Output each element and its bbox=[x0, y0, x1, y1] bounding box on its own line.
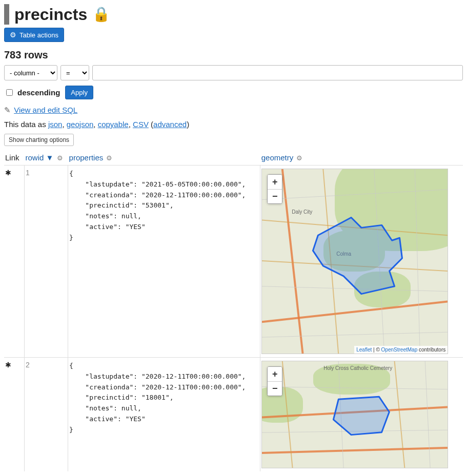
title-accent-bar bbox=[4, 4, 9, 25]
map-place-label: Daly City bbox=[292, 209, 312, 215]
svg-line-6 bbox=[262, 286, 448, 292]
svg-line-4 bbox=[323, 169, 339, 354]
descending-checkbox[interactable] bbox=[6, 89, 13, 96]
rowid-cell: 1 bbox=[25, 165, 68, 358]
export-json-link[interactable]: json bbox=[48, 120, 63, 129]
filter-operator-select[interactable]: = bbox=[60, 65, 89, 80]
svg-line-18 bbox=[425, 361, 430, 468]
svg-line-3 bbox=[262, 261, 448, 271]
zoom-control: + − bbox=[267, 366, 282, 396]
column-header-geometry[interactable]: geometry ⚙ bbox=[260, 151, 463, 165]
svg-line-14 bbox=[395, 361, 405, 468]
column-header-properties[interactable]: properties ⚙ bbox=[68, 151, 260, 165]
export-advanced-link[interactable]: advanced bbox=[153, 120, 187, 129]
osm-link[interactable]: OpenStreetMap bbox=[381, 347, 418, 353]
table-actions-label: Table actions bbox=[19, 31, 58, 39]
gear-icon: ⚙ bbox=[10, 31, 16, 39]
export-csv-link[interactable]: CSV bbox=[133, 120, 149, 129]
svg-line-12 bbox=[262, 448, 448, 453]
view-edit-sql-link[interactable]: View and edit SQL bbox=[14, 106, 77, 114]
zoom-control: + − bbox=[267, 174, 282, 204]
map-place-label: Holy Cross Catholic Cemetery bbox=[323, 365, 392, 371]
filter-value-input[interactable] bbox=[92, 65, 463, 80]
row-count: 783 rows bbox=[4, 49, 463, 61]
map[interactable]: Holy Cross Catholic Cemetery + − bbox=[261, 361, 448, 468]
svg-line-9 bbox=[415, 169, 420, 354]
descending-label[interactable]: descending bbox=[4, 88, 60, 97]
map[interactable]: Daly City Colma + − Leaflet | © OpenStre… bbox=[261, 169, 448, 354]
export-formats: This data as json, geojson, copyable, CS… bbox=[4, 120, 463, 129]
geometry-cell: Holy Cross Catholic Cemetery + − bbox=[260, 358, 463, 472]
svg-line-1 bbox=[262, 302, 448, 322]
export-geojson-link[interactable]: geojson bbox=[67, 120, 94, 129]
map-place-label: Colma bbox=[336, 251, 351, 257]
column-header-link: Link bbox=[4, 151, 25, 165]
apply-button[interactable]: Apply bbox=[65, 86, 93, 99]
geometry-cell: Daly City Colma + − Leaflet | © OpenStre… bbox=[260, 165, 463, 358]
gear-icon[interactable]: ⚙ bbox=[296, 154, 302, 162]
zoom-out-button[interactable]: − bbox=[268, 189, 282, 203]
svg-line-11 bbox=[262, 407, 448, 418]
leaflet-link[interactable]: Leaflet bbox=[356, 347, 372, 353]
svg-line-15 bbox=[262, 387, 448, 389]
svg-line-8 bbox=[374, 169, 384, 354]
rowid-cell: 2 bbox=[25, 358, 68, 472]
row-link-icon[interactable]: ✱ bbox=[5, 361, 11, 369]
zoom-in-button[interactable]: + bbox=[268, 175, 282, 189]
properties-cell: { "lastupdate": "2021-05-05T00:00:00.000… bbox=[68, 165, 260, 358]
table-row: ✱ 2 { "lastupdate": "2020-12-11T00:00:00… bbox=[4, 358, 463, 472]
zoom-in-button[interactable]: + bbox=[268, 367, 282, 381]
column-header-rowid[interactable]: rowid ▼ ⚙ bbox=[25, 151, 68, 165]
row-link-icon[interactable]: ✱ bbox=[5, 169, 11, 177]
svg-line-17 bbox=[338, 361, 343, 468]
properties-cell: { "lastupdate": "2020-12-11T00:00:00.000… bbox=[68, 358, 260, 472]
data-table: Link rowid ▼ ⚙ properties ⚙ geometry ⚙ ✱… bbox=[4, 151, 463, 471]
page-title: precincts bbox=[14, 5, 87, 24]
table-row: ✱ 1 { "lastupdate": "2021-05-05T00:00:00… bbox=[4, 165, 463, 358]
svg-line-16 bbox=[262, 430, 448, 432]
svg-line-5 bbox=[262, 190, 448, 200]
zoom-out-button[interactable]: − bbox=[268, 381, 282, 396]
gear-icon[interactable]: ⚙ bbox=[57, 154, 63, 162]
show-charting-options-button[interactable]: Show charting options bbox=[4, 134, 74, 146]
filter-column-select[interactable]: - column - bbox=[4, 65, 57, 80]
lock-icon: 🔒 bbox=[92, 7, 110, 22]
pencil-icon: ✎ bbox=[4, 106, 11, 114]
gear-icon[interactable]: ⚙ bbox=[106, 154, 112, 162]
export-copyable-link[interactable]: copyable bbox=[98, 120, 129, 129]
svg-line-0 bbox=[282, 169, 303, 354]
table-actions-button[interactable]: ⚙ Table actions bbox=[4, 28, 64, 42]
map-attribution: Leaflet | © OpenStreetMap contributors bbox=[354, 346, 448, 354]
